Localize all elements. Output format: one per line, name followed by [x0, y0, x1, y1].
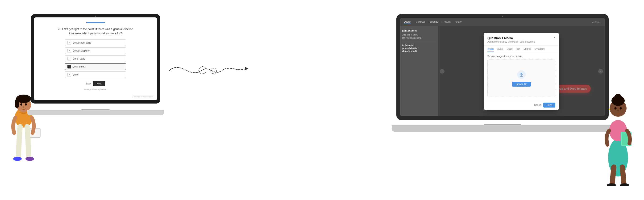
- app-screen: Design Connect Settings Results Share 4 …: [400, 18, 605, 116]
- modal-tab-image[interactable]: Image: [488, 48, 494, 52]
- browse-label: Browse images from your device: [488, 55, 555, 58]
- sidebar-title: g Intentions: [402, 29, 436, 32]
- nav-tab-share[interactable]: Share: [455, 20, 462, 24]
- svg-point-21: [620, 107, 622, 110]
- survey-options: A Center-right party B Center-left party…: [65, 39, 126, 78]
- modal-tabs: Image Audio Video Icon Embed My album: [484, 46, 559, 52]
- nav-tab-connect[interactable]: Connect: [416, 20, 425, 24]
- modal-footer: Cancel Save: [484, 100, 559, 110]
- modal-tab-icon[interactable]: Icon: [516, 48, 520, 52]
- laptop-camera: [95, 16, 96, 17]
- survey-nav-buttons: Back Next: [86, 81, 106, 86]
- right-laptop-camera: [502, 16, 503, 17]
- svg-point-22: [617, 110, 619, 111]
- modal-overlay: Question 1 Media Add different types of …: [438, 26, 605, 116]
- option-e[interactable]: E Other: [65, 71, 126, 78]
- cancel-button[interactable]: Cancel: [534, 102, 542, 107]
- left-laptop: 2°. Let's get right to the point: If the…: [31, 14, 160, 115]
- svg-point-20: [614, 107, 617, 110]
- modal-tab-embed[interactable]: Embed: [524, 48, 531, 52]
- connector-arrow: [160, 56, 260, 90]
- upload-icon: [517, 70, 526, 79]
- nav-tabs: Design Connect Settings Results Share: [404, 20, 462, 24]
- sidebar-text2: to the point:general electionch party wo…: [402, 44, 436, 53]
- nav-tab-settings[interactable]: Settings: [430, 20, 438, 24]
- svg-point-9: [13, 157, 22, 161]
- app-main: ‹ › If you le in a general election: [438, 26, 605, 116]
- modal-tab-video[interactable]: Video: [506, 48, 512, 52]
- laptop-base-right: [392, 125, 613, 132]
- option-b[interactable]: B Center-left party: [65, 47, 126, 54]
- right-screen: Design Connect Settings Results Share 4 …: [400, 18, 605, 116]
- app-content-area: g Intentions we'd like to knowght vote i…: [400, 26, 605, 116]
- next-button[interactable]: Next: [93, 81, 106, 86]
- modal-close-button[interactable]: ×: [552, 36, 556, 40]
- save-button[interactable]: Save: [543, 102, 555, 107]
- right-laptop: Design Connect Settings Results Share 4 …: [396, 14, 609, 132]
- svg-point-19: [615, 94, 621, 100]
- svg-point-23: [609, 108, 610, 110]
- svg-point-4: [20, 103, 22, 106]
- sidebar-text1: we'd like to knowght vote in a general: [402, 33, 436, 39]
- laptop-base-left: [27, 110, 164, 115]
- option-c[interactable]: C Green party: [65, 55, 126, 62]
- survey-question: 2°. Let's get right to the point: If the…: [56, 27, 136, 35]
- modal-body: Browse images from your device: [484, 52, 559, 100]
- technical-problem-link[interactable]: Having a technical problem?: [84, 89, 108, 91]
- modal-header: Question 1 Media Add different types of …: [484, 33, 559, 46]
- modal-title: Question 1 Media: [488, 36, 555, 40]
- svg-point-3: [14, 99, 19, 108]
- svg-point-5: [25, 103, 27, 106]
- powered-by-badge: Powered by RapidoReach: [132, 95, 154, 98]
- app-sidebar: g Intentions we'd like to knowght vote i…: [400, 26, 438, 116]
- option-a[interactable]: A Center-right party: [65, 39, 126, 46]
- modal-subtitle: Add different types of media in your que…: [488, 40, 555, 43]
- survey-content: 2°. Let's get right to the point: If the…: [34, 17, 157, 95]
- svg-point-13: [211, 68, 216, 74]
- modal-tab-myalbum[interactable]: My album: [534, 48, 544, 52]
- left-screen: 2°. Let's get right to the point: If the…: [34, 17, 157, 100]
- browse-file-button[interactable]: Browse file: [512, 82, 531, 87]
- progress-bar: [86, 22, 105, 23]
- right-section: Design Connect Settings Results Share 4 …: [384, 0, 644, 200]
- dropzone[interactable]: Browse file: [488, 60, 555, 97]
- back-button[interactable]: Back: [86, 82, 91, 85]
- media-modal: Question 1 Media Add different types of …: [484, 33, 559, 110]
- nav-tab-design[interactable]: Design: [404, 20, 411, 24]
- svg-point-6: [23, 106, 24, 108]
- option-d[interactable]: D Don't know ✓: [65, 63, 126, 70]
- app-navbar: Design Connect Settings Results Share 4 …: [400, 18, 605, 26]
- svg-point-10: [26, 157, 34, 161]
- nav-duration: 4 · 7 mi...: [592, 21, 601, 23]
- svg-marker-11: [245, 67, 248, 71]
- nav-tab-results[interactable]: Results: [443, 20, 451, 24]
- modal-tab-audio[interactable]: Audio: [497, 48, 504, 52]
- left-section: 2°. Let's get right to the point: If the…: [0, 0, 184, 200]
